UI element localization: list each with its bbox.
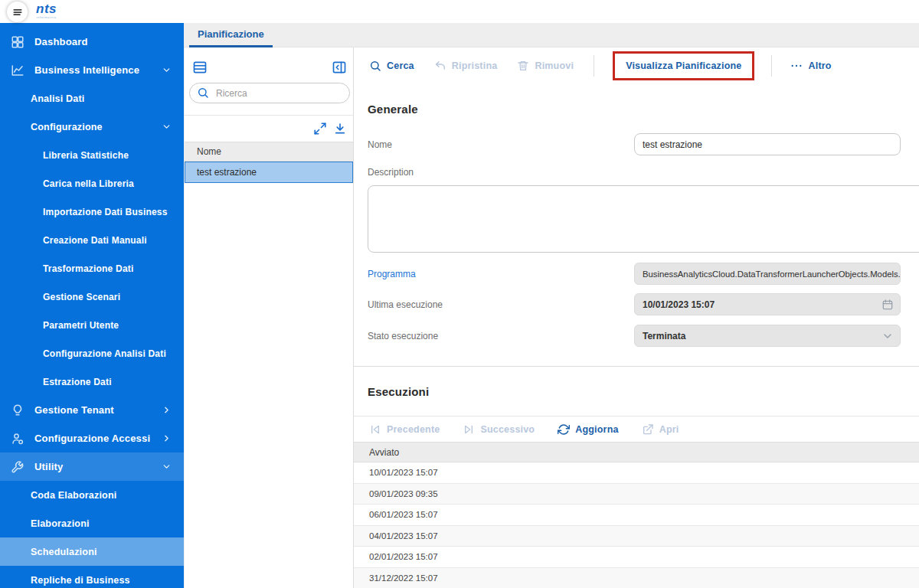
open-external-icon (642, 423, 654, 436)
sidebar-item-gestione-scenari[interactable]: Gestione Scenari (0, 283, 184, 311)
list-column-header[interactable]: Nome (185, 142, 353, 162)
sidebar-item-label: Importazione Dati Business (43, 207, 168, 217)
description-label: Description (368, 167, 414, 178)
tab-pianificazione[interactable]: Pianificazione (189, 23, 273, 47)
stato-esecuzione-field-row: Stato esecuzione Terminata (354, 325, 919, 347)
sidebar-item-label: Creazione Dati Manuali (43, 235, 147, 246)
refresh-icon (558, 423, 570, 436)
cerca-button[interactable]: Cerca (369, 60, 414, 72)
sidebar-item-parametri-utente[interactable]: Parametri Utente (0, 311, 184, 339)
sidebar-item-trasformazione-dati[interactable]: Trasformazione Dati (0, 254, 184, 283)
sidebar-item-coda-elaborazioni[interactable]: Coda Elaborazioni (0, 481, 184, 509)
table-row[interactable]: 02/01/2023 15:07 (354, 547, 919, 568)
list-rows-icon[interactable] (192, 60, 208, 75)
skip-next-icon (463, 423, 475, 436)
row-date: 06/01/2023 15:07 (369, 510, 438, 519)
stato-esecuzione-select[interactable]: Terminata (634, 325, 901, 347)
sidebar-item-elaborazioni[interactable]: Elaborazioni (0, 509, 184, 537)
chevron-down-icon (162, 122, 172, 132)
sidebar-item-libreria-statistiche[interactable]: Libreria Statistiche (0, 141, 184, 169)
table-row[interactable]: 04/01/2023 15:07 (354, 526, 919, 547)
esecuzioni-column-header[interactable]: Avviato (354, 442, 919, 462)
table-row[interactable]: 31/12/2022 15:07 (354, 568, 919, 588)
sidebar-item-creazione-dati-manuali[interactable]: Creazione Dati Manuali (0, 226, 184, 254)
sidebar-item-configurazione-accessi[interactable]: Configurazione Accessi (0, 424, 184, 452)
sidebar-item-dashboard[interactable]: Dashboard (0, 28, 184, 56)
detail-panel: Cerca Ripristina Rimuovi Visualizza Pian… (354, 47, 919, 588)
user-gear-icon (11, 432, 25, 446)
sidebar-item-configurazione[interactable]: Configurazione (0, 113, 184, 141)
undo-icon (434, 60, 446, 72)
ultima-esecuzione-label: Ultima esecuzione (368, 293, 443, 315)
programma-field[interactable]: BusinessAnalyticsCloud.DataTransformerLa… (634, 263, 901, 285)
ultima-esecuzione-field-row: Ultima esecuzione 10/01/2023 15:07 (354, 293, 919, 315)
apri-button[interactable]: Apri (642, 423, 679, 436)
sidebar-item-schedulazioni[interactable]: Schedulazioni (0, 537, 184, 566)
download-icon[interactable] (333, 122, 347, 136)
sidebar-item-label: Trasformazione Dati (43, 263, 134, 274)
description-textarea[interactable] (368, 185, 919, 253)
search-icon (369, 60, 381, 72)
ultima-esecuzione-value: 10/01/2023 15:07 (643, 299, 715, 310)
list-item-selected[interactable]: test estrazione (185, 162, 353, 183)
cerca-label: Cerca (387, 60, 414, 71)
nts-logo: nts informatica (36, 2, 57, 19)
section-divider (354, 366, 919, 367)
sidebar-item-label: Carica nella Libreria (43, 178, 134, 189)
row-date: 02/01/2023 15:07 (369, 552, 438, 561)
lightbulb-icon (11, 403, 25, 417)
sidebar-item-label: Parametri Utente (43, 320, 119, 331)
chevron-down-icon[interactable] (881, 330, 894, 342)
trash-icon (517, 60, 529, 72)
programma-field-row: Programma BusinessAnalyticsCloud.DataTra… (354, 263, 919, 285)
skip-previous-icon (369, 423, 381, 436)
table-row[interactable]: 10/01/2023 15:07 (354, 462, 919, 484)
sidebar-item-estrazione-dati[interactable]: Estrazione Dati (0, 368, 184, 396)
sidebar-item-label: Configurazione (31, 122, 103, 132)
sidebar-item-utility[interactable]: Utility (0, 452, 184, 481)
ultima-esecuzione-field[interactable]: 10/01/2023 15:07 (634, 293, 901, 315)
column-header-label: Nome (197, 146, 221, 157)
successivo-button[interactable]: Successivo (463, 423, 535, 436)
sidebar-item-configurazione-analisi-dati[interactable]: Configurazione Analisi Dati (0, 339, 184, 368)
aggiorna-label: Aggiorna (575, 424, 618, 435)
sidebar-item-label: Libreria Statistiche (43, 150, 129, 161)
row-date: 09/01/2023 09:35 (369, 489, 438, 498)
collapse-panel-icon[interactable] (332, 60, 347, 75)
chevron-right-icon (162, 405, 172, 415)
ripristina-button[interactable]: Ripristina (434, 60, 498, 72)
sidebar-item-repliche-di-business[interactable]: Repliche di Business (0, 566, 184, 588)
sidebar-item-label: Configurazione Analisi Dati (43, 348, 166, 359)
sidebar-item-importazione-dati-business[interactable]: Importazione Dati Business (0, 198, 184, 226)
chevron-down-icon (162, 462, 172, 472)
sidebar-item-carica-nella-libreria[interactable]: Carica nella Libreria (0, 169, 184, 198)
programma-label[interactable]: Programma (368, 263, 416, 285)
visualizza-pianificazione-button[interactable]: Visualizza Pianificazione (626, 60, 741, 71)
expand-arrows-icon[interactable] (313, 122, 327, 136)
table-row[interactable]: 09/01/2023 09:35 (354, 484, 919, 505)
sidebar-item-label: Schedulazioni (31, 547, 97, 557)
sidebar-item-label: Business Intelligence (34, 64, 139, 76)
precedente-label: Precedente (387, 424, 440, 435)
sidebar-item-analisi-dati[interactable]: Analisi Dati (0, 84, 184, 113)
rimuovi-button[interactable]: Rimuovi (517, 60, 574, 72)
stato-esecuzione-value: Terminata (643, 331, 685, 341)
sidebar-item-gestione-tenant[interactable]: Gestione Tenant (0, 396, 184, 424)
sidebar-item-business-intelligence[interactable]: Business Intelligence (0, 56, 184, 84)
sidebar-item-label: Configurazione Accessi (34, 433, 150, 444)
table-row[interactable]: 06/01/2023 15:07 (354, 505, 919, 526)
calendar-icon[interactable] (881, 299, 894, 311)
list-item-label: test estrazione (197, 167, 257, 178)
altro-label: Altro (808, 60, 831, 71)
esecuzioni-toolbar: Precedente Successivo Aggiorna Apri (354, 416, 919, 442)
row-date: 04/01/2023 15:07 (369, 531, 438, 541)
search-input[interactable] (189, 83, 350, 103)
nome-input[interactable] (634, 133, 901, 155)
aggiorna-button[interactable]: Aggiorna (558, 423, 618, 436)
sidebar-item-label: Gestione Tenant (34, 404, 114, 416)
hamburger-menu-button[interactable] (7, 2, 28, 22)
precedente-button[interactable]: Precedente (369, 423, 440, 436)
wrench-icon (11, 460, 25, 474)
altro-button[interactable]: Altro (790, 60, 831, 72)
stato-esecuzione-label: Stato esecuzione (368, 325, 438, 347)
